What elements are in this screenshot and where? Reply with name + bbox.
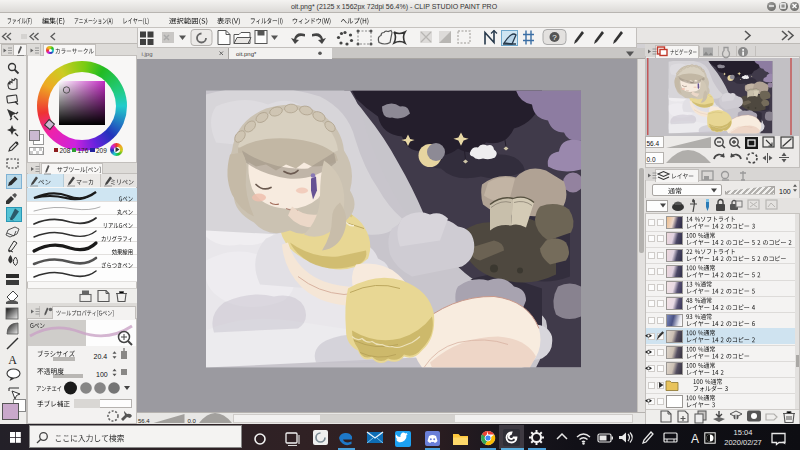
svg-text:15:04: 15:04 [734, 428, 753, 437]
svg-text:0.0: 0.0 [188, 418, 197, 424]
svg-text:A: A [8, 353, 17, 367]
svg-text:A: A [691, 432, 699, 446]
svg-text:oit.png* (2125 x 1562px 72dpi: oit.png* (2125 x 1562px 72dpi 56.4%) - C… [291, 3, 498, 11]
svg-text:oit.png*: oit.png* [236, 51, 257, 57]
svg-text:2020/02/27: 2020/02/27 [724, 438, 762, 447]
svg-text:176: 176 [78, 147, 89, 154]
svg-text:56.4: 56.4 [647, 140, 660, 147]
svg-text:?: ? [552, 33, 557, 42]
svg-text:209: 209 [96, 147, 107, 154]
svg-text:100: 100 [779, 188, 791, 195]
svg-text:20.4: 20.4 [94, 353, 108, 360]
svg-text:208: 208 [60, 147, 71, 154]
svg-text:56.4: 56.4 [138, 418, 150, 424]
svg-text:100: 100 [96, 371, 108, 378]
svg-text:0.0: 0.0 [647, 156, 656, 163]
svg-text:i.jpg: i.jpg [142, 51, 153, 57]
